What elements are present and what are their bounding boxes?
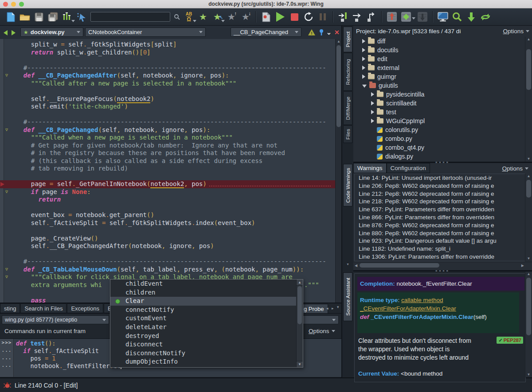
code-line[interactable] [0,111,335,119]
tab-warnings[interactable]: Warnings [353,163,387,173]
close-icon[interactable]: ✕ [334,29,340,36]
code-line[interactable]: page._CreateView() [0,235,335,243]
tree-item-test[interactable]: test [353,108,525,116]
tab-search-in-files[interactable]: Search in Files [20,303,66,313]
tab-scroll-left-icon[interactable]: ◂ [326,306,329,310]
file-selector[interactable]: ★ dockview.py [20,27,83,37]
chevron-down-icon[interactable]: ⌄ [326,29,332,36]
vtab-source-assistant[interactable]: Source Assistant [343,272,352,321]
pause-icon[interactable] [317,11,329,23]
bookmark-pin-icon[interactable] [318,29,325,36]
completion-item[interactable]: deleteLater [110,323,297,332]
expand-icon[interactable] [371,110,374,114]
runtime-type-link2[interactable]: _CEventFilterForAdapterMixin.Clear [360,305,456,312]
expand-icon[interactable] [362,74,365,79]
bookmark-star-icon[interactable]: ★ [197,11,209,23]
completion-item[interactable]: children [110,288,297,297]
expand-icon[interactable] [362,48,365,52]
project-scroll-up-icon[interactable]: ▲ [525,37,532,42]
code-line[interactable]: return split_w.get_children()[0] [0,49,335,57]
expand-icon[interactable] [362,39,365,43]
completion-item[interactable]: disconnect [110,340,297,349]
code-line[interactable]: self._fActiveSplit = self._fGtkSplitWidg… [0,219,335,227]
code-line[interactable] [0,87,335,95]
method-selector[interactable]: __CB_PageChanged [231,27,301,37]
shell-line[interactable]: def test(): [16,340,121,347]
code-line[interactable] [0,227,335,235]
code-line[interactable]: # Get page for given notebook/tab number… [0,142,335,150]
code-editor[interactable]: split_w = self._fGtkSplitWidgets[split] … [0,39,335,303]
fold-marker-icon[interactable]: ▽ [5,72,8,78]
save-icon[interactable] [33,11,45,23]
warnings-options-button[interactable]: Options [502,165,528,172]
warnings-scroll-down-icon[interactable]: ▼ [525,256,532,261]
collapse-icon[interactable] [362,85,367,88]
vtab-dropdown-icon2[interactable]: ▾ [342,262,353,266]
step-out-icon[interactable] [366,11,377,23]
fold-marker-icon[interactable]: ▽ [5,266,8,272]
code-line[interactable] [0,204,335,212]
new-file-icon[interactable] [5,11,16,23]
search-go-icon[interactable] [173,11,180,23]
code-line[interactable]: event_box = notebook.get_parent() [0,211,335,219]
tree-item-WGuiCppImpl[interactable]: WGuiCppImpl [353,116,525,125]
python-monitor-icon[interactable] [437,11,449,23]
warning-item[interactable]: Line 1306: PyLint: Parameters differ fro… [355,253,525,261]
class-selector[interactable]: CNotebookContainer [85,27,206,37]
warning-item[interactable]: Line 866: PyLint: Parameters differ from… [355,213,525,221]
warnings-indicator-icon[interactable]: ! [308,29,315,35]
tree-item-external[interactable]: external [353,63,525,72]
runtime-type-link[interactable]: callable method [401,297,443,303]
fold-marker-icon[interactable]: ▽ [5,274,8,280]
popup-scrollbar[interactable]: ▲ ▼ [296,279,303,367]
vtab-refactoring[interactable]: Refactoring [343,53,352,91]
warnings-scroll-left-icon[interactable]: ◀ [355,264,357,268]
code-line[interactable]: ▽ def __CB_PageChangedAfter(self, notebo… [0,72,335,80]
down-stack-icon[interactable] [417,11,428,23]
popup-scroll-up-icon[interactable]: ▲ [297,279,303,286]
search-code-icon[interactable] [451,11,463,23]
code-line[interactable]: # (this callback is also called as a sid… [0,157,335,165]
warning-item[interactable]: Line 1182: Undefined name: split_i [355,245,525,253]
expand-icon[interactable] [362,57,365,61]
completion-item[interactable]: Clear [110,297,297,306]
step-over-icon[interactable] [352,11,363,23]
prev-bookmark-icon[interactable]: ★ ↑ [226,11,237,23]
open-folder-icon[interactable] [19,11,31,23]
symbol-index-icon[interactable]: AB Ω [183,11,195,23]
code-line[interactable] [0,173,335,181]
code-line[interactable]: # tab removing in rebuild) [0,165,335,173]
completion-item[interactable]: customEvent [110,314,297,323]
code-line[interactable]: #---------------------------------------… [0,118,335,126]
stop-icon[interactable] [289,11,300,23]
code-line[interactable]: ▽ def __CB_PageChanged(self, notebook, i… [0,126,335,134]
warning-item[interactable]: Line 212: Pep8: W602 deprecated form of … [355,190,525,198]
select-pointer-icon[interactable] [76,11,87,23]
shell-line[interactable]: notebook._fEventFilter.Cl [16,362,121,370]
tree-item-diff[interactable]: diff [353,37,525,46]
goto-selected-icon[interactable] [466,11,477,23]
code-line[interactable]: # in the registry because these are posi… [0,149,335,157]
completion-item[interactable]: destroyed [110,332,297,341]
fold-marker-icon[interactable]: ▽ [5,127,8,133]
profile-bars-icon[interactable] [62,11,73,23]
code-line[interactable]: #---------------------------------------… [0,258,335,266]
tree-item-guimgr[interactable]: guimgr [353,72,525,81]
expand-icon[interactable] [371,92,374,97]
run-icon[interactable] [274,11,286,23]
restart-icon[interactable] [303,11,314,23]
expand-icon[interactable] [371,119,374,123]
tab-scroll-right-icon[interactable]: ▸ [332,306,334,310]
nav-back-icon[interactable] [4,30,8,35]
active-stack-icon[interactable] [400,11,412,23]
warnings-scroll-right-icon[interactable]: ▶ [521,264,524,268]
completion-item[interactable]: dumpObjectInfo [110,357,297,366]
process-selector[interactable]: wing.py (pid 85777) (exceptio [2,315,109,324]
warnings-hscrollbar[interactable]: ◀ ▶ [353,262,532,269]
tab-debug-probe[interactable]: g Probe [300,304,328,314]
tree-item-dialogs.py[interactable]: dialogs.py [353,152,525,161]
tab-list-dropdown-icon[interactable]: ▾ [337,305,339,309]
sync-icon[interactable] [480,11,491,23]
scroll-up-icon[interactable]: ▲ [336,39,342,44]
warnings-scroll-up-icon[interactable]: ▲ [525,174,532,179]
